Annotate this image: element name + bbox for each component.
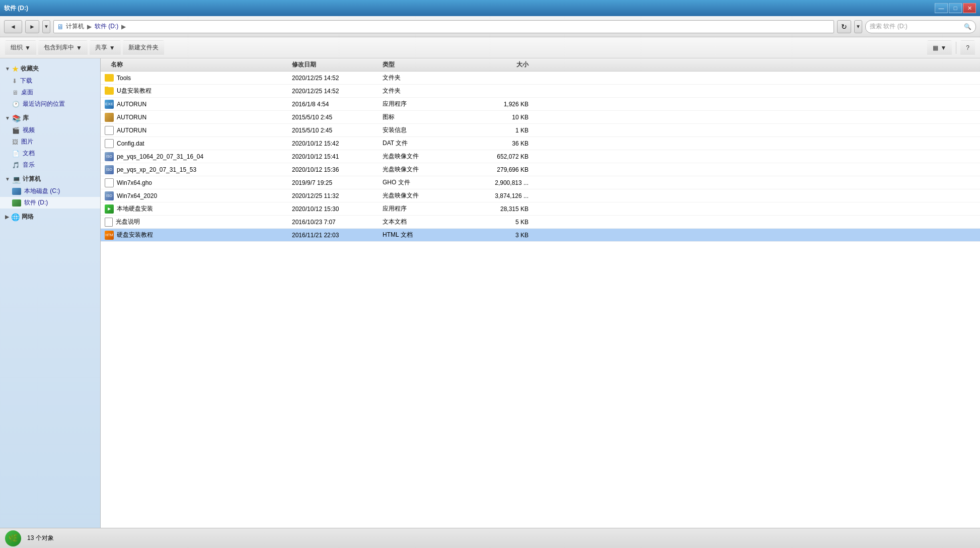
file-row[interactable]: Config.dat 2020/10/12 15:42 DAT 文件 36 KB: [101, 137, 980, 150]
network-label: 网络: [22, 213, 34, 221]
file-date-cell: 2016/10/23 7:07: [292, 219, 383, 226]
file-name: U盘安装教程: [117, 87, 152, 95]
folder-icon: [105, 74, 114, 82]
help-button[interactable]: ?: [960, 40, 975, 55]
forward-button[interactable]: ►: [25, 20, 39, 33]
col-type-header[interactable]: 类型: [383, 60, 463, 69]
file-size-cell: 3,874,126 ...: [463, 192, 534, 199]
inf-icon: [105, 126, 114, 135]
close-button[interactable]: ✕: [963, 3, 976, 13]
sidebar-item-desktop[interactable]: 🖥 桌面: [0, 87, 100, 98]
file-type-cell: 文件夹: [383, 87, 463, 95]
file-type-cell: 光盘映像文件: [383, 191, 463, 200]
share-label: 共享: [95, 43, 107, 52]
file-type-cell: 文件夹: [383, 74, 463, 82]
file-name: pe_yqs_1064_20_07_31_16_04: [117, 153, 203, 160]
search-box[interactable]: 搜索 软件 (D:) 🔍: [865, 20, 976, 33]
library-arrow: ▼: [5, 115, 10, 121]
favorites-arrow: ▼: [5, 66, 10, 72]
help-label: ?: [966, 44, 969, 51]
file-row[interactable]: ISO Win7x64_2020 2020/12/25 11:32 光盘映像文件…: [101, 189, 980, 202]
file-row[interactable]: AUTORUN 2015/5/10 2:45 安装信息 1 KB: [101, 124, 980, 137]
sidebar-item-diskd[interactable]: 软件 (D:): [0, 197, 100, 209]
diskc-icon: [12, 188, 21, 195]
file-name: Tools: [117, 75, 131, 82]
new-folder-button[interactable]: 新建文件夹: [123, 40, 164, 55]
back-button[interactable]: ◄: [4, 20, 22, 33]
file-name-cell: Tools: [101, 74, 292, 82]
minimize-button[interactable]: —: [935, 3, 948, 13]
recent-label: 最近访问的位置: [23, 100, 65, 108]
recent-locations-button[interactable]: ▼: [42, 20, 50, 33]
organize-button[interactable]: 组织 ▼: [5, 40, 36, 55]
document-icon: 📄: [12, 150, 20, 157]
file-row[interactable]: Tools 2020/12/25 14:52 文件夹: [101, 72, 980, 85]
sidebar-item-music[interactable]: 🎵 音乐: [0, 159, 100, 171]
computer-section: ▼ 💻 计算机 本地磁盘 (C:) 软件 (D:): [0, 173, 100, 209]
file-row[interactable]: ▶ 本地硬盘安装 2020/10/12 15:30 应用程序 28,315 KB: [101, 202, 980, 216]
file-name: pe_yqs_xp_20_07_31_15_53: [117, 166, 196, 173]
file-name: AUTORUN: [117, 114, 146, 121]
col-date-header[interactable]: 修改日期: [292, 60, 383, 69]
maximize-button[interactable]: □: [949, 3, 962, 13]
exe-icon: EXE: [105, 100, 114, 109]
sidebar-item-recent[interactable]: 🕐 最近访问的位置: [0, 98, 100, 110]
sidebar-item-diskc[interactable]: 本地磁盘 (C:): [0, 185, 100, 197]
desktop-label: 桌面: [21, 88, 33, 97]
views-arrow: ▼: [940, 44, 946, 51]
html-icon: HTM: [105, 231, 114, 240]
file-date-cell: 2016/11/21 22:03: [292, 232, 383, 239]
file-row[interactable]: U盘安装教程 2020/12/25 14:52 文件夹: [101, 85, 980, 98]
computer-header[interactable]: ▼ 💻 计算机: [0, 173, 100, 185]
sidebar-item-document[interactable]: 📄 文档: [0, 148, 100, 159]
col-name-header[interactable]: 名称: [101, 60, 292, 69]
file-row[interactable]: AUTORUN 2015/5/10 2:45 图标 10 KB: [101, 111, 980, 124]
address-dropdown[interactable]: ▼: [854, 20, 862, 33]
file-type-cell: 光盘映像文件: [383, 152, 463, 161]
library-header[interactable]: ▼ 📚 库: [0, 112, 100, 124]
window-controls: — □ ✕: [935, 3, 976, 13]
sidebar-item-video[interactable]: 🎬 视频: [0, 124, 100, 136]
sidebar-item-image[interactable]: 🖼 图片: [0, 136, 100, 148]
views-button[interactable]: ▦ ▼: [927, 40, 952, 55]
file-date-cell: 2020/12/25 14:52: [292, 75, 383, 82]
share-button[interactable]: 共享 ▼: [90, 40, 121, 55]
ico-icon: [105, 113, 114, 122]
file-size-cell: 1 KB: [463, 127, 534, 134]
favorites-header[interactable]: ▼ ★ 收藏夹: [0, 62, 100, 75]
file-name-cell: AUTORUN: [101, 126, 292, 135]
file-name-cell: ▶ 本地硬盘安装: [101, 204, 292, 214]
col-size-header[interactable]: 大小: [463, 60, 534, 69]
address-path[interactable]: 🖥 计算机 ▶ 软件 (D:) ▶: [53, 20, 834, 33]
search-icon[interactable]: 🔍: [964, 23, 971, 30]
toolbar-right: ▦ ▼ ?: [927, 40, 975, 55]
include-library-button[interactable]: 包含到库中 ▼: [38, 40, 88, 55]
network-header[interactable]: ▶ 🌐 网络: [0, 211, 100, 223]
recent-icon: 🕐: [12, 101, 20, 108]
file-row[interactable]: HTM 硬盘安装教程 2016/11/21 22:03 HTML 文档 3 KB: [101, 229, 980, 242]
library-icon: 📚: [12, 114, 21, 122]
refresh-button[interactable]: ↻: [837, 20, 851, 33]
favorites-label: 收藏夹: [21, 64, 39, 73]
file-size-cell: 3 KB: [463, 232, 534, 239]
status-count: 13 个对象: [27, 534, 54, 542]
video-label: 视频: [23, 126, 35, 134]
txt-icon: [105, 218, 113, 227]
file-row[interactable]: 光盘说明 2016/10/23 7:07 文本文档 5 KB: [101, 216, 980, 229]
sidebar-item-download[interactable]: ⬇ 下载: [0, 75, 100, 87]
favorites-star-icon: ★: [12, 65, 19, 73]
file-row[interactable]: Win7x64.gho 2019/9/7 19:25 GHO 文件 2,900,…: [101, 176, 980, 189]
main-layout: ▼ ★ 收藏夹 ⬇ 下载 🖥 桌面 🕐 最近访问的位置 ▼ 📚 库: [0, 58, 980, 528]
file-row[interactable]: ISO pe_yqs_xp_20_07_31_15_53 2020/10/12 …: [101, 163, 980, 176]
computer-icon: 💻: [12, 175, 21, 183]
file-type-cell: 光盘映像文件: [383, 165, 463, 174]
image-label: 图片: [21, 138, 33, 146]
file-row[interactable]: ISO pe_yqs_1064_20_07_31_16_04 2020/10/1…: [101, 150, 980, 163]
file-date-cell: 2020/10/12 15:30: [292, 206, 383, 213]
file-name: 光盘说明: [116, 218, 140, 226]
app-icon: ▶: [105, 204, 114, 214]
file-row[interactable]: EXE AUTORUN 2016/1/8 4:54 应用程序 1,926 KB: [101, 98, 980, 111]
share-arrow: ▼: [109, 44, 115, 51]
file-size-cell: 28,315 KB: [463, 206, 534, 213]
file-date-cell: 2016/1/8 4:54: [292, 101, 383, 108]
